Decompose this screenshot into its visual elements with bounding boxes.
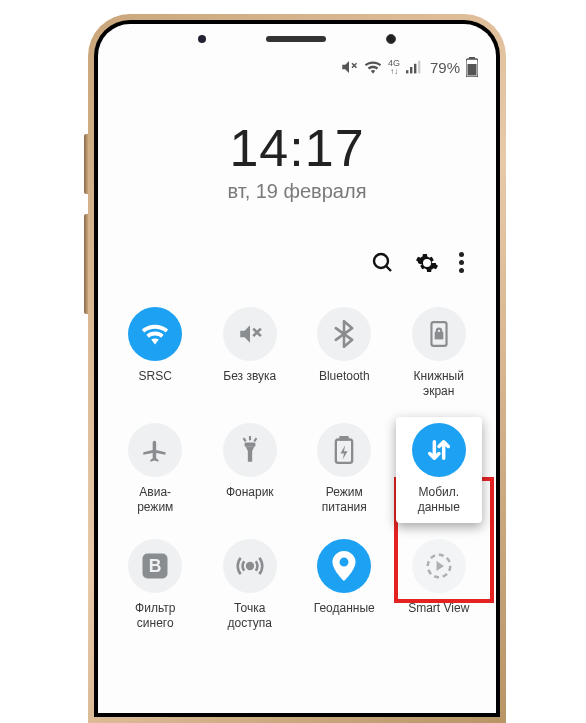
location-icon xyxy=(317,539,371,593)
tile-hotspot[interactable]: Точка доступа xyxy=(203,533,298,645)
battery-icon xyxy=(466,57,478,77)
status-bar: 4G ↑↓ 79% xyxy=(98,24,496,78)
wifi-icon xyxy=(128,307,182,361)
tile-label: Книжный экран xyxy=(414,369,464,399)
svg-line-17 xyxy=(243,438,245,441)
tile-label: Режим питания xyxy=(322,485,367,515)
svg-rect-8 xyxy=(468,64,477,76)
svg-rect-2 xyxy=(406,70,408,73)
quick-settings-grid: SRSC Без звука xyxy=(98,283,496,645)
tile-label: Мобил. данные xyxy=(418,485,460,515)
more-icon[interactable] xyxy=(459,252,464,273)
tile-mute[interactable]: Без звука xyxy=(203,301,298,413)
network-type: 4G ↑↓ xyxy=(388,59,400,76)
tile-label: SRSC xyxy=(139,369,172,384)
tile-mobile-data[interactable]: Мобил. данные xyxy=(392,417,487,529)
battery-percentage: 79% xyxy=(430,59,460,76)
tile-label: Авиа- режим xyxy=(137,485,173,515)
hotspot-icon xyxy=(223,539,277,593)
side-button xyxy=(84,214,88,314)
clock-date: вт, 19 февраля xyxy=(98,180,496,203)
mobile-data-icon xyxy=(412,423,466,477)
svg-rect-4 xyxy=(414,64,416,74)
phone-frame: 4G ↑↓ 79% xyxy=(88,14,506,723)
clock-block: 14:17 вт, 19 февраля xyxy=(98,118,496,203)
quick-panel-actions xyxy=(98,203,496,283)
signal-icon xyxy=(406,60,422,74)
tile-power-mode[interactable]: Режим питания xyxy=(297,417,392,529)
tile-bluetooth[interactable]: Bluetooth xyxy=(297,301,392,413)
tile-flashlight[interactable]: Фонарик xyxy=(203,417,298,529)
svg-rect-5 xyxy=(418,61,420,74)
svg-rect-3 xyxy=(410,67,412,73)
tile-label: Фонарик xyxy=(226,485,274,500)
tile-label: Smart View xyxy=(408,601,469,616)
tile-label: Точка доступа xyxy=(228,601,272,631)
mute-icon xyxy=(223,307,277,361)
gear-icon[interactable] xyxy=(415,251,437,273)
blue-filter-icon: B xyxy=(128,539,182,593)
screen: 4G ↑↓ 79% xyxy=(98,24,496,713)
tile-label: Bluetooth xyxy=(319,369,370,384)
svg-line-18 xyxy=(254,438,256,441)
svg-line-10 xyxy=(386,266,391,271)
svg-rect-20 xyxy=(341,436,348,440)
phone-bezel: 4G ↑↓ 79% xyxy=(94,20,500,717)
tile-airplane[interactable]: Авиа- режим xyxy=(108,417,203,529)
smartview-icon xyxy=(412,539,466,593)
tile-smartview[interactable]: Smart View xyxy=(392,533,487,645)
side-button xyxy=(84,134,88,194)
svg-rect-14 xyxy=(436,333,442,338)
tile-location[interactable]: Геоданные xyxy=(297,533,392,645)
wifi-icon xyxy=(364,60,382,74)
svg-point-9 xyxy=(374,254,388,268)
tile-wifi[interactable]: SRSC xyxy=(108,301,203,413)
svg-text:B: B xyxy=(149,556,162,576)
top-sensors xyxy=(98,34,496,44)
tile-rotation[interactable]: Книжный экран xyxy=(392,301,487,413)
mute-icon xyxy=(340,58,358,76)
clock-time: 14:17 xyxy=(98,118,496,178)
flashlight-icon xyxy=(223,423,277,477)
tile-label: Без звука xyxy=(223,369,276,384)
svg-rect-15 xyxy=(244,442,255,446)
tile-label: Фильтр синего xyxy=(135,601,175,631)
tile-blue-filter[interactable]: B Фильтр синего xyxy=(108,533,203,645)
bluetooth-icon xyxy=(317,307,371,361)
svg-point-23 xyxy=(247,563,253,569)
airplane-icon xyxy=(128,423,182,477)
rotation-lock-icon xyxy=(412,307,466,361)
power-mode-icon xyxy=(317,423,371,477)
search-icon[interactable] xyxy=(371,251,393,273)
tile-label: Геоданные xyxy=(314,601,375,616)
